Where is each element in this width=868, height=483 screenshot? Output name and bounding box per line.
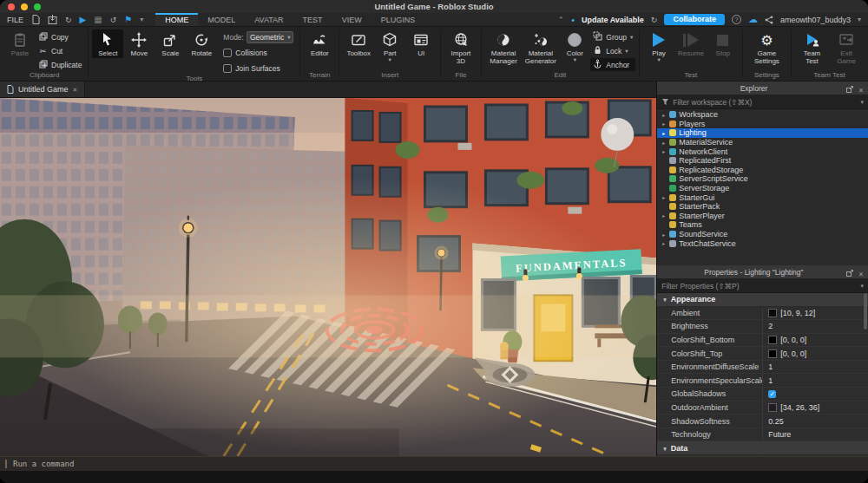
ui-button[interactable]: UI (405, 29, 437, 58)
float-panel-icon[interactable] (846, 265, 853, 280)
close-tab-icon[interactable] (73, 85, 78, 94)
tab-avatar[interactable]: AVATAR (245, 13, 293, 26)
color-swatch[interactable] (768, 336, 777, 344)
tree-item-teams[interactable]: Teams (657, 220, 868, 230)
float-panel-icon[interactable] (846, 81, 853, 96)
tree-item-materialservice[interactable]: MaterialService (657, 138, 868, 147)
scale-tool-button[interactable]: Scale (155, 29, 186, 58)
user-menu-caret-icon[interactable] (858, 15, 861, 24)
terrain-editor-button[interactable]: Editor (304, 29, 335, 58)
explorer-filter-input[interactable]: Filter workspace (⇧⌘X) ▾ (657, 95, 868, 109)
select-tool-button[interactable]: Select (92, 29, 123, 58)
property-row-shadowsoftness[interactable]: ShadowSoftness 0.25 (657, 414, 868, 428)
property-row-colorshift-top[interactable]: ColorShift_Top [0, 0, 0] (657, 347, 868, 361)
stop-button[interactable]: Stop (707, 29, 739, 58)
join-surfaces-checkbox[interactable]: Join Surfaces (220, 62, 296, 75)
properties-header[interactable]: Properties - Lighting "Lighting" (657, 265, 868, 279)
new-file-icon[interactable] (32, 15, 40, 24)
document-tab-untitled-game[interactable]: Untitled Game (0, 82, 85, 97)
update-available[interactable]: Update Available (582, 16, 644, 24)
paste-button[interactable]: Paste (4, 29, 36, 58)
property-row-environmentdiffusescale[interactable]: EnvironmentDiffuseScale 1 (657, 361, 868, 375)
property-row-technology[interactable]: Technology Future (657, 428, 868, 442)
file-menu[interactable]: FILE (7, 16, 23, 24)
lock-button[interactable]: Lock ▾ (590, 44, 635, 57)
collaborate-button[interactable]: Collaborate (664, 14, 725, 25)
close-panel-icon[interactable] (858, 265, 864, 280)
tree-item-serverstorage[interactable]: ServerStorage (657, 184, 868, 193)
move-tool-button[interactable]: Move (123, 29, 155, 58)
cut-button[interactable]: Cut (36, 44, 84, 57)
customize-toolbar-icon[interactable] (140, 15, 143, 24)
viewport-3d-scene[interactable]: FUNDAMENTALS (0, 98, 656, 456)
tree-item-serverscriptservice[interactable]: ServerScriptService (657, 174, 868, 184)
color-caret-icon[interactable]: ▾ (574, 57, 576, 62)
tree-item-starterpack[interactable]: StarterPack (657, 202, 868, 212)
tree-item-soundservice[interactable]: SoundService (657, 230, 868, 239)
anchor-button[interactable]: Anchor (590, 58, 635, 71)
tree-item-networkclient[interactable]: NetworkClient (657, 147, 868, 156)
notifications-icon[interactable] (124, 16, 132, 24)
insert-from-file-icon[interactable] (48, 15, 57, 24)
user-account[interactable]: ameowth07_buddy3 (780, 16, 851, 24)
tab-test[interactable]: TEST (293, 13, 332, 26)
exit-game-button[interactable]: Exit Game (829, 29, 864, 66)
rotate-tool-button[interactable]: Rotate (186, 29, 217, 58)
resume-button[interactable]: Resume (674, 29, 707, 58)
tree-item-lighting[interactable]: Lighting (657, 128, 868, 138)
tree-item-starterplayer[interactable]: StarterPlayer (657, 212, 868, 221)
play-caret-icon[interactable]: ▾ (657, 57, 660, 62)
tree-item-replicatedstorage[interactable]: ReplicatedStorage (657, 166, 868, 175)
property-row-outdoorambient[interactable]: OutdoorAmbient [34, 26, 36] (657, 401, 868, 415)
quick-play-icon[interactable] (80, 16, 87, 24)
color-button[interactable]: Color ▾ (559, 29, 590, 62)
tree-item-workspace[interactable]: Workspace (657, 110, 868, 120)
tree-item-textchatservice[interactable]: TextChatService (657, 238, 868, 248)
copy-button[interactable]: Copy (36, 30, 84, 43)
color-swatch[interactable] (768, 403, 777, 412)
duplicate-button[interactable]: Duplicate (36, 58, 84, 71)
collapse-ribbon-icon[interactable] (558, 16, 565, 24)
group-caret-icon[interactable]: ▾ (630, 35, 633, 39)
import-3d-button[interactable]: Import 3D (444, 29, 477, 66)
zoom-window-button[interactable] (34, 3, 41, 10)
property-row-brightness[interactable]: Brightness 2 (657, 320, 868, 334)
color-swatch[interactable] (768, 309, 777, 317)
tree-item-startergui[interactable]: StarterGui (657, 193, 868, 202)
part-caret-icon[interactable]: ▾ (389, 57, 391, 62)
property-row-ambient[interactable]: Ambient [10, 9, 12] (657, 307, 868, 321)
material-generator-button[interactable]: Material Generator (522, 29, 559, 66)
section-appearance[interactable]: Appearance (657, 293, 868, 307)
cloud-icon[interactable] (748, 15, 758, 24)
color-swatch[interactable] (768, 349, 777, 358)
lock-caret-icon[interactable]: ▾ (625, 49, 628, 53)
property-row-globalshadows[interactable]: GlobalShadows (657, 388, 868, 401)
tab-plugins[interactable]: PLUGINS (372, 13, 425, 26)
explorer-header[interactable]: Explorer (657, 82, 868, 95)
material-manager-button[interactable]: Material Manager (485, 29, 523, 66)
minimize-window-button[interactable] (21, 3, 28, 10)
sync-icon[interactable] (651, 16, 658, 24)
help-icon[interactable]: ? (732, 15, 741, 24)
property-row-colorshift-bottom[interactable]: ColorShift_Bottom [0, 0, 0] (657, 334, 868, 348)
property-row-environmentspecularscale[interactable]: EnvironmentSpecularScale 1 (657, 374, 868, 388)
property-row-archivable[interactable]: Archivable (657, 455, 868, 456)
collisions-checkbox[interactable]: Collisions (220, 46, 296, 59)
part-button[interactable]: Part ▾ (374, 29, 405, 62)
close-window-button[interactable] (8, 3, 15, 10)
redo-icon[interactable] (65, 16, 72, 24)
group-button[interactable]: Group ▾ (590, 30, 635, 43)
toolbox-button[interactable]: Toolbox (343, 29, 374, 58)
tree-item-replicatedfirst[interactable]: ReplicatedFirst (657, 156, 868, 166)
share-icon[interactable] (765, 16, 773, 24)
game-settings-button[interactable]: Game Settings (746, 29, 787, 66)
properties-filter-input[interactable]: Filter Properties (⇧⌘P) ▾ (657, 279, 868, 293)
team-test-button[interactable]: Team Test (795, 29, 829, 66)
mode-dropdown[interactable]: Mode: Geometric▾ (220, 30, 296, 43)
close-panel-icon[interactable] (858, 81, 864, 96)
section-data[interactable]: Data (657, 441, 868, 455)
command-bar-input[interactable]: Run a command (0, 456, 868, 471)
properties-scrollbar[interactable] (864, 293, 867, 330)
tree-item-players[interactable]: Players (657, 120, 868, 129)
play-button[interactable]: Play ▾ (643, 29, 674, 62)
